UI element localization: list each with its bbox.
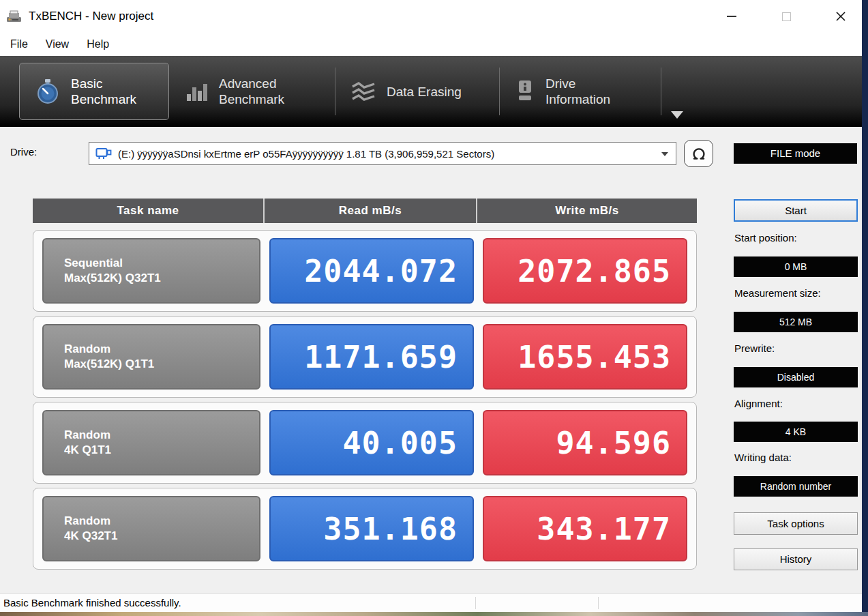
header-task-name: Task name <box>33 199 263 223</box>
screen: TxBENCH - New project File View <box>0 0 868 616</box>
chevron-down-icon <box>661 152 668 156</box>
maximize-button[interactable] <box>770 0 802 33</box>
status-text: Basic Benchmark finished successfully. <box>3 597 181 608</box>
menu-view[interactable]: View <box>46 38 69 50</box>
drive-info-icon <box>515 79 535 104</box>
maximize-icon <box>782 12 791 21</box>
refresh-icon <box>690 145 708 162</box>
tab-advanced-benchmark[interactable]: Advanced Benchmark <box>169 56 335 127</box>
write-result-cell: 94.596 <box>483 410 687 475</box>
toolbar-tabs: Basic Benchmark Advanced Benchmark <box>0 56 862 127</box>
table-row: Random Max(512K) Q1T1 1171.659 1655.453 <box>33 316 697 398</box>
tab-data-erasing[interactable]: Data Erasing <box>335 56 499 127</box>
read-result-cell: 1171.659 <box>269 324 474 390</box>
write-result-cell: 2072.865 <box>483 238 687 304</box>
measurement-size-value[interactable]: 512 MB <box>734 312 858 332</box>
menubar: File View Help <box>0 33 862 56</box>
tab-drive-information[interactable]: Drive Information <box>500 56 661 127</box>
tab-basic-benchmark[interactable]: Basic Benchmark <box>19 63 169 120</box>
alignment-value[interactable]: 4 KB <box>734 422 858 442</box>
start-position-label: Start position: <box>734 232 797 244</box>
start-button[interactable]: Start <box>734 199 858 222</box>
tab-erase-label: Data Erasing <box>387 84 462 100</box>
close-icon <box>835 11 846 22</box>
table-row: Random 4K Q32T1 351.168 343.177 <box>33 488 697 570</box>
status-bar-separator <box>475 597 476 609</box>
table-row: Random 4K Q1T1 40.005 94.596 <box>33 402 697 484</box>
task-options-button[interactable]: Task options <box>734 512 858 535</box>
write-value: 94.596 <box>484 411 686 474</box>
read-value: 1171.659 <box>271 325 473 388</box>
header-read: Read mB/s <box>263 199 476 223</box>
writing-data-value[interactable]: Random number <box>734 476 858 497</box>
window-controls <box>693 0 856 33</box>
menu-help[interactable]: Help <box>87 38 109 50</box>
desktop-background-right <box>862 0 868 616</box>
window-title: TxBENCH - New project <box>29 10 153 23</box>
prewrite-label: Prewrite: <box>734 342 775 354</box>
task-name-cell: Random Max(512K) Q1T1 <box>42 324 260 390</box>
file-mode-indicator: FILE mode <box>734 143 857 164</box>
minimize-button[interactable] <box>716 0 747 33</box>
prewrite-value[interactable]: Disabled <box>734 367 858 387</box>
read-value: 2044.072 <box>271 239 473 302</box>
tab-overflow-arrow-icon[interactable] <box>671 111 683 119</box>
results-table-header: Task name Read mB/s Write mB/s <box>33 199 697 223</box>
read-result-cell: 2044.072 <box>269 238 474 304</box>
write-value: 1655.453 <box>484 325 686 388</box>
status-bar: Basic Benchmark finished successfully. <box>0 593 862 612</box>
write-result-cell: 1655.453 <box>483 324 687 390</box>
desktop-background-bottom <box>0 612 868 616</box>
settings-sidebar: Start Start position: 0 MB Measurement s… <box>734 199 858 581</box>
app-icon <box>5 8 23 25</box>
measurement-size-label: Measurement size: <box>734 287 821 299</box>
start-position-value[interactable]: 0 MB <box>734 256 858 277</box>
drive-select[interactable]: (E:) ÿÿÿÿÿÿaSDnsi kxErtme erP o55FAÿÿÿÿÿ… <box>89 142 676 165</box>
menu-file[interactable]: File <box>10 38 28 50</box>
header-write: Write mB/s <box>476 199 697 223</box>
drive-select-value: (E:) ÿÿÿÿÿÿaSDnsi kxErtme erP o55FAÿÿÿÿÿ… <box>118 148 494 160</box>
task-name-cell: Random 4K Q1T1 <box>42 410 260 475</box>
results-table: Sequential Max(512K) Q32T1 2044.072 2072… <box>33 230 697 574</box>
tab-advanced-label: Advanced Benchmark <box>219 76 284 107</box>
main-content: Drive: (E:) ÿÿÿÿÿÿaSDnsi kxErtme erP o55… <box>0 127 862 593</box>
write-value: 2072.865 <box>484 239 686 302</box>
write-value: 343.177 <box>484 497 686 560</box>
bar-chart-icon <box>184 79 209 104</box>
refresh-drive-button[interactable] <box>684 140 713 167</box>
close-button[interactable] <box>825 0 856 33</box>
task-name-cell: Random 4K Q32T1 <box>42 496 260 561</box>
task-name-cell: Sequential Max(512K) Q32T1 <box>42 238 260 304</box>
status-bar-separator <box>598 597 599 609</box>
read-value: 40.005 <box>271 411 473 474</box>
minimize-icon <box>727 16 736 17</box>
writing-data-label: Writing data: <box>734 452 792 463</box>
app-window: TxBENCH - New project File View <box>0 0 862 612</box>
alignment-label: Alignment: <box>734 398 783 409</box>
drive-icon <box>95 147 112 160</box>
stopwatch-icon <box>35 78 61 104</box>
read-result-cell: 351.168 <box>269 496 474 561</box>
write-result-cell: 343.177 <box>483 496 687 561</box>
eraser-icon <box>350 81 376 102</box>
read-result-cell: 40.005 <box>269 410 474 475</box>
read-value: 351.168 <box>271 497 473 560</box>
titlebar: TxBENCH - New project <box>0 0 862 33</box>
drive-label: Drive: <box>10 146 37 158</box>
tab-driveinfo-label: Drive Information <box>545 76 610 107</box>
tab-basic-label: Basic Benchmark <box>71 76 136 107</box>
table-row: Sequential Max(512K) Q32T1 2044.072 2072… <box>33 230 697 312</box>
history-button[interactable]: History <box>734 548 858 570</box>
tab-divider <box>661 68 661 115</box>
